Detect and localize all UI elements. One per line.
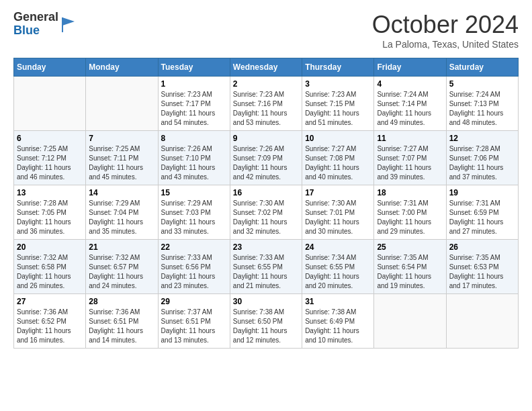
calendar-cell: 1Sunrise: 7:23 AM Sunset: 7:17 PM Daylig…	[158, 77, 230, 131]
calendar-cell: 13Sunrise: 7:28 AM Sunset: 7:05 PM Dayli…	[14, 185, 86, 240]
day-number: 22	[161, 242, 227, 252]
weekday-header-thursday: Thursday	[302, 58, 374, 77]
day-info: Sunrise: 7:29 AM Sunset: 7:04 PM Dayligh…	[89, 199, 154, 236]
location-title: La Paloma, Texas, United States	[372, 39, 519, 50]
day-info: Sunrise: 7:23 AM Sunset: 7:17 PM Dayligh…	[161, 90, 227, 128]
day-info: Sunrise: 7:26 AM Sunset: 7:10 PM Dayligh…	[161, 144, 227, 182]
day-info: Sunrise: 7:30 AM Sunset: 7:02 PM Dayligh…	[233, 199, 299, 236]
day-info: Sunrise: 7:29 AM Sunset: 7:03 PM Dayligh…	[161, 199, 227, 236]
day-info: Sunrise: 7:24 AM Sunset: 7:13 PM Dayligh…	[449, 90, 515, 128]
day-info: Sunrise: 7:30 AM Sunset: 7:01 PM Dayligh…	[305, 199, 371, 236]
day-number: 10	[305, 134, 371, 143]
calendar-cell: 23Sunrise: 7:33 AM Sunset: 6:55 PM Dayli…	[230, 240, 302, 294]
calendar-cell: 3Sunrise: 7:23 AM Sunset: 7:15 PM Daylig…	[302, 77, 374, 131]
day-info: Sunrise: 7:25 AM Sunset: 7:11 PM Dayligh…	[89, 144, 154, 182]
calendar-cell: 17Sunrise: 7:30 AM Sunset: 7:01 PM Dayli…	[302, 185, 374, 240]
day-info: Sunrise: 7:38 AM Sunset: 6:50 PM Dayligh…	[233, 308, 299, 345]
day-number: 23	[233, 242, 299, 252]
calendar-cell: 15Sunrise: 7:29 AM Sunset: 7:03 PM Dayli…	[158, 185, 230, 240]
day-number: 4	[377, 79, 443, 89]
day-number: 25	[377, 242, 443, 252]
day-number: 30	[233, 297, 299, 306]
calendar-cell: 30Sunrise: 7:38 AM Sunset: 6:50 PM Dayli…	[230, 294, 302, 349]
calendar-cell: 22Sunrise: 7:33 AM Sunset: 6:56 PM Dayli…	[158, 240, 230, 294]
calendar-cell	[374, 294, 446, 349]
calendar-cell: 19Sunrise: 7:31 AM Sunset: 6:59 PM Dayli…	[446, 185, 518, 240]
day-number: 17	[305, 188, 371, 197]
day-number: 8	[161, 134, 227, 143]
day-number: 26	[449, 242, 515, 252]
calendar-cell: 14Sunrise: 7:29 AM Sunset: 7:04 PM Dayli…	[86, 185, 158, 240]
week-row-5: 27Sunrise: 7:36 AM Sunset: 6:52 PM Dayli…	[14, 294, 519, 349]
day-number: 14	[89, 188, 154, 197]
calendar-cell: 4Sunrise: 7:24 AM Sunset: 7:14 PM Daylig…	[374, 77, 446, 131]
day-number: 18	[377, 188, 443, 197]
day-number: 31	[305, 297, 371, 306]
header: General Blue October 2024 La Paloma, Tex…	[13, 11, 519, 50]
day-number: 6	[17, 134, 83, 143]
logo: General Blue	[13, 11, 79, 38]
calendar-cell: 9Sunrise: 7:26 AM Sunset: 7:09 PM Daylig…	[230, 131, 302, 185]
calendar-cell: 25Sunrise: 7:35 AM Sunset: 6:54 PM Dayli…	[374, 240, 446, 294]
calendar-cell: 26Sunrise: 7:35 AM Sunset: 6:53 PM Dayli…	[446, 240, 518, 294]
day-info: Sunrise: 7:35 AM Sunset: 6:53 PM Dayligh…	[449, 253, 515, 291]
day-info: Sunrise: 7:36 AM Sunset: 6:51 PM Dayligh…	[89, 308, 154, 345]
day-number: 20	[17, 242, 83, 252]
day-info: Sunrise: 7:33 AM Sunset: 6:56 PM Dayligh…	[161, 253, 227, 291]
day-number: 2	[233, 79, 299, 89]
day-info: Sunrise: 7:38 AM Sunset: 6:49 PM Dayligh…	[305, 308, 371, 345]
calendar-cell: 8Sunrise: 7:26 AM Sunset: 7:10 PM Daylig…	[158, 131, 230, 185]
day-info: Sunrise: 7:27 AM Sunset: 7:08 PM Dayligh…	[305, 144, 371, 182]
day-info: Sunrise: 7:23 AM Sunset: 7:15 PM Dayligh…	[305, 90, 371, 128]
day-info: Sunrise: 7:32 AM Sunset: 6:58 PM Dayligh…	[17, 253, 83, 291]
calendar-cell: 10Sunrise: 7:27 AM Sunset: 7:08 PM Dayli…	[302, 131, 374, 185]
week-row-4: 20Sunrise: 7:32 AM Sunset: 6:58 PM Dayli…	[14, 240, 519, 294]
day-info: Sunrise: 7:33 AM Sunset: 6:55 PM Dayligh…	[233, 253, 299, 291]
day-info: Sunrise: 7:25 AM Sunset: 7:12 PM Dayligh…	[17, 144, 83, 182]
calendar-cell: 21Sunrise: 7:32 AM Sunset: 6:57 PM Dayli…	[86, 240, 158, 294]
day-info: Sunrise: 7:31 AM Sunset: 7:00 PM Dayligh…	[377, 199, 443, 236]
day-info: Sunrise: 7:28 AM Sunset: 7:06 PM Dayligh…	[449, 144, 515, 182]
weekday-header-friday: Friday	[374, 58, 446, 77]
calendar-cell: 11Sunrise: 7:27 AM Sunset: 7:07 PM Dayli…	[374, 131, 446, 185]
calendar-cell: 6Sunrise: 7:25 AM Sunset: 7:12 PM Daylig…	[14, 131, 86, 185]
day-number: 16	[233, 188, 299, 197]
page: General Blue October 2024 La Paloma, Tex…	[0, 0, 532, 362]
title-block: October 2024 La Paloma, Texas, United St…	[372, 11, 519, 50]
weekday-header-tuesday: Tuesday	[158, 58, 230, 77]
day-number: 21	[89, 242, 154, 252]
week-row-3: 13Sunrise: 7:28 AM Sunset: 7:05 PM Dayli…	[14, 185, 519, 240]
day-number: 1	[161, 79, 227, 89]
weekday-header-row: SundayMondayTuesdayWednesdayThursdayFrid…	[14, 58, 519, 77]
logo-flag-icon	[60, 15, 79, 34]
day-info: Sunrise: 7:31 AM Sunset: 6:59 PM Dayligh…	[449, 199, 515, 236]
calendar-cell: 20Sunrise: 7:32 AM Sunset: 6:58 PM Dayli…	[14, 240, 86, 294]
day-number: 3	[305, 79, 371, 89]
calendar-cell: 7Sunrise: 7:25 AM Sunset: 7:11 PM Daylig…	[86, 131, 158, 185]
day-number: 12	[449, 134, 515, 143]
calendar-cell: 12Sunrise: 7:28 AM Sunset: 7:06 PM Dayli…	[446, 131, 518, 185]
week-row-2: 6Sunrise: 7:25 AM Sunset: 7:12 PM Daylig…	[14, 131, 519, 185]
weekday-header-monday: Monday	[86, 58, 158, 77]
day-number: 15	[161, 188, 227, 197]
day-info: Sunrise: 7:23 AM Sunset: 7:16 PM Dayligh…	[233, 90, 299, 128]
calendar-cell: 18Sunrise: 7:31 AM Sunset: 7:00 PM Dayli…	[374, 185, 446, 240]
day-number: 13	[17, 188, 83, 197]
weekday-header-wednesday: Wednesday	[230, 58, 302, 77]
day-number: 9	[233, 134, 299, 143]
day-info: Sunrise: 7:28 AM Sunset: 7:05 PM Dayligh…	[17, 199, 83, 236]
svg-marker-0	[62, 17, 75, 26]
calendar-cell: 31Sunrise: 7:38 AM Sunset: 6:49 PM Dayli…	[302, 294, 374, 349]
day-number: 24	[305, 242, 371, 252]
day-number: 7	[89, 134, 154, 143]
day-number: 11	[377, 134, 443, 143]
calendar-cell	[14, 77, 86, 131]
day-info: Sunrise: 7:24 AM Sunset: 7:14 PM Dayligh…	[377, 90, 443, 128]
day-info: Sunrise: 7:27 AM Sunset: 7:07 PM Dayligh…	[377, 144, 443, 182]
day-number: 29	[161, 297, 227, 306]
weekday-header-sunday: Sunday	[14, 58, 86, 77]
day-info: Sunrise: 7:34 AM Sunset: 6:55 PM Dayligh…	[305, 253, 371, 291]
calendar-cell	[446, 294, 518, 349]
weekday-header-saturday: Saturday	[446, 58, 518, 77]
week-row-1: 1Sunrise: 7:23 AM Sunset: 7:17 PM Daylig…	[14, 77, 519, 131]
